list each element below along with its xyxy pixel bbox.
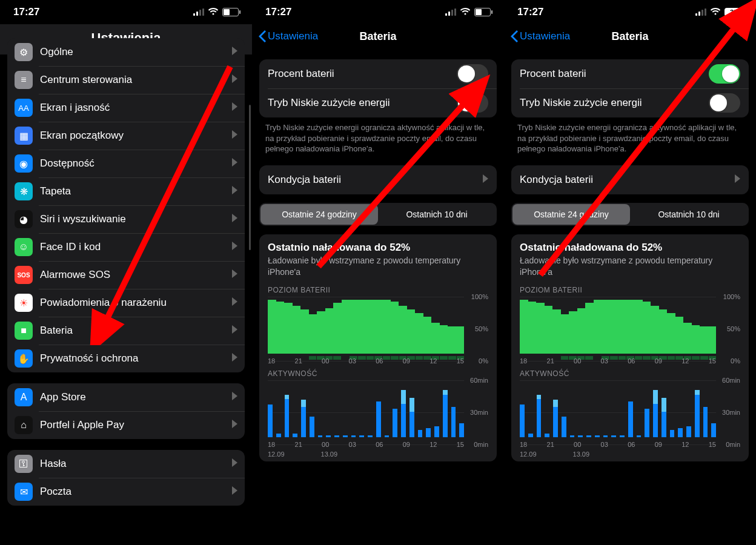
battery-icon	[222, 8, 239, 16]
row-low-power[interactable]: Tryb Niskie zużycie energii	[259, 88, 497, 117]
row-battery-health[interactable]: Kondycja baterii	[511, 165, 749, 194]
toggle-lowpower[interactable]	[457, 93, 488, 113]
row-label: Ekran i jasność	[40, 102, 232, 114]
chevron-right-icon	[232, 242, 237, 253]
row-label: Portfel i Apple Pay	[40, 419, 232, 431]
row-label: Ekran początkowy	[40, 130, 232, 142]
chevron-right-icon	[232, 486, 237, 497]
chevron-right-icon	[232, 102, 237, 113]
settings-row-powiadomienia-o-nara-eniu[interactable]: ☀Powiadomienia o narażeniu	[7, 289, 245, 317]
nav-header: Ustawienia Bateria	[504, 24, 756, 48]
privacy-icon: ✋	[15, 349, 33, 368]
toggle-percent-off[interactable]	[457, 64, 488, 84]
nav-header: Ustawienia Bateria	[252, 24, 504, 48]
settings-row-face-id-i-kod[interactable]: ☺Face ID i kod	[7, 233, 245, 261]
seg-10d[interactable]: Ostatnich 10 dni	[378, 204, 496, 225]
row-low-power[interactable]: Tryb Niskie zużycie energii	[511, 88, 749, 117]
row-label: Alarmowe SOS	[40, 269, 232, 281]
pane-battery-on: 17:27 39 Ustawienia Bateria Procent bate…	[504, 0, 756, 545]
settings-row-tapeta[interactable]: ❋Tapeta	[7, 177, 245, 205]
settings-row-centrum-sterowania[interactable]: ≡Centrum sterowania	[7, 66, 245, 94]
sliders-icon: ≡	[15, 71, 33, 89]
row-label: Dostępność	[40, 157, 232, 170]
status-bar: 17:27	[0, 0, 252, 24]
status-time: 17:27	[517, 6, 543, 18]
usage-card: Ostatnio naładowana do 52% Ładowanie był…	[259, 234, 497, 462]
settings-row-siri-i-wyszukiwanie[interactable]: ◕Siri i wyszukiwanie	[7, 205, 245, 233]
accessibility-icon: ◉	[15, 154, 33, 173]
row-label: Siri i wyszukiwanie	[40, 213, 232, 225]
row-label: Poczta	[40, 486, 232, 498]
settings-row-bateria[interactable]: ■Bateria	[7, 317, 245, 345]
row-battery-percent[interactable]: Procent baterii	[511, 59, 749, 88]
row-label: Tapeta	[40, 185, 232, 197]
faceid-icon: ☺	[15, 238, 33, 256]
row-label: Ogólne	[40, 46, 232, 58]
sos-icon: SOS	[15, 266, 33, 284]
chevron-right-icon	[483, 174, 488, 185]
grid-icon: ▦	[15, 127, 33, 145]
seg-24h[interactable]: Ostatnie 24 godziny	[512, 204, 630, 225]
appstore-icon: A	[15, 388, 33, 406]
chevron-right-icon	[232, 186, 237, 197]
chevron-right-icon	[232, 269, 237, 280]
chevron-right-icon	[232, 47, 237, 58]
back-button[interactable]: Ustawienia	[258, 30, 318, 42]
chevron-right-icon	[232, 74, 237, 85]
row-battery-percent[interactable]: Procent baterii	[259, 59, 497, 88]
settings-row-app-store[interactable]: AApp Store	[7, 383, 245, 411]
settings-row-portfel-i-apple-pay[interactable]: ⌂Portfel i Apple Pay	[7, 411, 245, 439]
settings-row-ekran-pocz-tkowy[interactable]: ▦Ekran początkowy	[7, 122, 245, 150]
wifi-icon	[208, 6, 219, 18]
toggle-lowpower[interactable]	[709, 93, 740, 113]
chevron-right-icon	[735, 174, 740, 185]
chevron-right-icon	[232, 130, 237, 141]
chevron-right-icon	[232, 458, 237, 469]
row-label: Prywatność i ochrona	[40, 352, 232, 365]
chevron-right-icon	[232, 297, 237, 308]
exposure-icon: ☀	[15, 294, 33, 312]
key-icon: ⚿	[15, 455, 33, 473]
time-range-segment[interactable]: Ostatnie 24 godziny Ostatnich 10 dni	[259, 203, 497, 226]
settings-row-alarmowe-sos[interactable]: SOSAlarmowe SOS	[7, 261, 245, 289]
row-battery-health[interactable]: Kondycja baterii	[259, 165, 497, 194]
chart-activity: 60min 30min 0min 1821000306091215	[268, 380, 488, 444]
status-bar: 17:27 39	[504, 0, 756, 24]
chart-activity: 60min 30min 0min 1821000306091215	[520, 380, 740, 444]
seg-10d[interactable]: Ostatnich 10 dni	[630, 204, 748, 225]
page-title: Bateria	[611, 30, 648, 43]
chart-battery-level: 100% 50% 0% 1821000306091215	[268, 297, 488, 361]
charged-title: Ostatnio naładowana do 52%	[268, 242, 488, 254]
siri-icon: ◕	[15, 210, 33, 228]
chevron-right-icon	[232, 353, 237, 364]
charged-sub: Ładowanie było wstrzymane z powodu tempe…	[520, 255, 740, 278]
gear-icon: ⚙︎	[15, 43, 33, 61]
chart-battery-level: 100% 50% 0% 1821000306091215	[520, 297, 740, 361]
settings-row-dost-pno-[interactable]: ◉Dostępność	[7, 150, 245, 177]
settings-row-poczta[interactable]: ✉Poczta	[7, 478, 245, 506]
settings-row-prywatno-i-ochrona[interactable]: ✋Prywatność i ochrona	[7, 345, 245, 372]
toggle-percent-on[interactable]	[709, 64, 740, 84]
wallpaper-icon: ❋	[15, 182, 33, 200]
back-button[interactable]: Ustawienia	[510, 30, 570, 42]
battery-icon: ■	[15, 322, 33, 340]
chevron-right-icon	[232, 325, 237, 336]
signal-icon	[695, 8, 706, 16]
scrollbar[interactable]	[249, 105, 251, 250]
settings-row-og-lne[interactable]: ⚙︎Ogólne	[7, 38, 245, 66]
status-time: 17:27	[265, 6, 291, 18]
wifi-icon	[460, 6, 471, 18]
settings-row-has-a[interactable]: ⚿Hasła	[7, 450, 245, 478]
chevron-right-icon	[232, 158, 237, 169]
time-range-segment[interactable]: Ostatnie 24 godziny Ostatnich 10 dni	[511, 203, 749, 226]
row-label: Hasła	[40, 458, 232, 470]
row-label: Face ID i kod	[40, 241, 232, 253]
wifi-icon	[710, 6, 721, 18]
status-time: 17:27	[13, 6, 39, 18]
row-label: Bateria	[40, 325, 232, 337]
charged-title: Ostatnio naładowana do 52%	[520, 242, 740, 254]
page-title: Bateria	[359, 30, 396, 43]
signal-icon	[445, 8, 456, 16]
settings-row-ekran-i-jasno-[interactable]: AAEkran i jasność	[7, 94, 245, 122]
seg-24h[interactable]: Ostatnie 24 godziny	[260, 204, 378, 225]
